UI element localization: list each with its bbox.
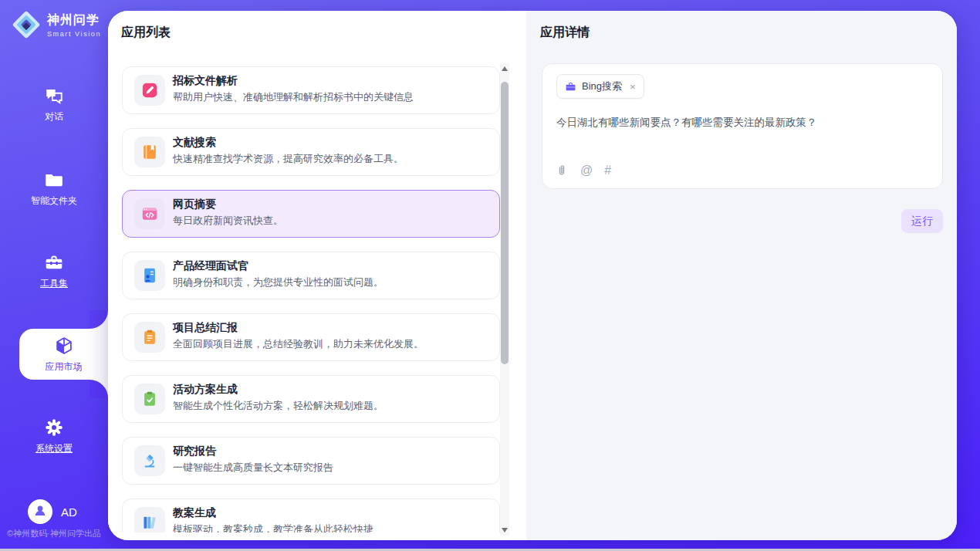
sidebar-item-system-settings[interactable]: 系统设置 xyxy=(0,417,108,455)
sidebar-item-toolset[interactable]: 工具集 xyxy=(0,252,108,290)
brand-name: 神州问学 xyxy=(47,12,101,29)
tool-tag-close-icon[interactable]: × xyxy=(630,81,636,93)
cube-icon xyxy=(19,336,108,357)
book-icon xyxy=(134,137,165,167)
app-card-4[interactable]: 产品经理面试官 明确身份和职责，为您提供专业性的面试问题。 xyxy=(122,252,500,299)
app-card-7[interactable]: 研究报告 一键智能生成高质量长文本研究报告 xyxy=(122,437,500,485)
user-icon xyxy=(32,502,48,521)
app-card-title: 网页摘要 xyxy=(173,198,216,211)
app-card-5[interactable]: 项目总结汇报 全面回顾项目进展，总结经验教训，助力未来优化发展。 xyxy=(122,313,500,361)
pen-square-icon xyxy=(134,75,165,106)
briefcase-icon xyxy=(565,81,576,93)
microscope-icon xyxy=(134,445,165,476)
user-account[interactable]: AD xyxy=(28,499,77,524)
app-card-description: 帮助用户快速、准确地理解和解析招标书中的关键信息 xyxy=(173,90,414,104)
app-card-description: 模板驱动，教案秒成，教学准备从此轻松快捷 xyxy=(173,522,373,532)
main-content: 应用列表 招标文件解析 帮助用户快速、准确地理解和解析招标书中的关键信息 文献搜… xyxy=(108,11,957,540)
toolbox-icon xyxy=(0,252,108,274)
app-card-description: 一键智能生成高质量长文本研究报告 xyxy=(173,461,333,475)
scrollbar-thumb[interactable] xyxy=(501,82,509,364)
app-card-6[interactable]: 活动方案生成 智能生成个性化活动方案，轻松解决规划难题。 xyxy=(122,375,500,423)
app-card-title: 活动方案生成 xyxy=(173,383,238,397)
sidebar-item-smart-folder[interactable]: 智能文件夹 xyxy=(0,170,108,208)
app-detail-title: 应用详情 xyxy=(540,25,590,41)
avatar xyxy=(28,499,52,524)
brand-subtitle: Smart Vision xyxy=(47,30,101,38)
app-card-description: 明确身份和职责，为您提供专业性的面试问题。 xyxy=(173,276,384,289)
chat-icon xyxy=(0,86,108,107)
sidebar-item-label: 对话 xyxy=(0,110,108,123)
app-card-description: 智能生成个性化活动方案，轻松解决规划难题。 xyxy=(173,399,384,413)
scroll-down-arrow-icon[interactable] xyxy=(502,528,508,532)
app-card-title: 文献搜索 xyxy=(173,136,216,150)
sidebar: 神州问学 Smart Vision 对话 智能文件夹 工具集 应用市场 系统设置… xyxy=(0,0,108,551)
app-card-description: 全面回顾项目进展，总结经验教训，助力未来优化发展。 xyxy=(173,337,424,351)
sidebar-item-label: 工具集 xyxy=(0,277,108,290)
clipboard-check-icon xyxy=(134,384,165,414)
sidebar-item-label: 智能文件夹 xyxy=(0,194,108,208)
sidebar-item-chat[interactable]: 对话 xyxy=(0,86,108,123)
clipboard-icon xyxy=(134,322,165,353)
pm-doc-icon xyxy=(134,260,165,291)
app-card-title: 项目总结汇报 xyxy=(173,321,238,335)
app-card-title: 研究报告 xyxy=(173,445,216,458)
gear-icon xyxy=(0,417,108,439)
brand-logo: 神州问学 Smart Vision xyxy=(11,9,101,40)
scrollbar[interactable] xyxy=(500,63,509,536)
books-icon xyxy=(134,507,165,532)
app-card-title: 教案生成 xyxy=(173,506,216,520)
app-detail-panel: 应用详情 Bing搜索 × 今日湖北有哪些新闻要点？有哪些需要关注的最新政策？ … xyxy=(526,11,957,540)
paperclip-icon[interactable] xyxy=(555,164,569,177)
sidebar-item-label: 系统设置 xyxy=(0,442,108,455)
hash-icon[interactable]: # xyxy=(604,164,611,177)
tab-curve-top xyxy=(90,310,108,329)
web-code-icon xyxy=(134,198,165,229)
app-window: 神州问学 Smart Vision 对话 智能文件夹 工具集 应用市场 系统设置… xyxy=(0,0,980,551)
app-card-description: 快速精准查找学术资源，提高研究效率的必备工具。 xyxy=(173,152,404,166)
tab-curve-bottom xyxy=(90,380,108,398)
sidebar-item-app-market[interactable]: 应用市场 xyxy=(19,329,108,380)
scroll-up-arrow-icon[interactable] xyxy=(502,66,508,71)
app-card-1[interactable]: 招标文件解析 帮助用户快速、准确地理解和解析招标书中的关键信息 xyxy=(122,66,500,114)
query-text[interactable]: 今日湖北有哪些新闻要点？有哪些需要关注的最新政策？ xyxy=(556,116,817,130)
app-card-2[interactable]: 文献搜索 快速精准查找学术资源，提高研究效率的必备工具。 xyxy=(122,128,500,176)
prompt-card[interactable]: Bing搜索 × 今日湖北有哪些新闻要点？有哪些需要关注的最新政策？ @ # xyxy=(542,63,943,189)
brand-logo-icon xyxy=(11,9,42,40)
tool-tag[interactable]: Bing搜索 × xyxy=(556,74,644,99)
sidebar-item-label: 应用市场 xyxy=(19,360,108,374)
copyright: ©神州数码·神州问学出品 xyxy=(0,528,108,539)
app-card-title: 产品经理面试官 xyxy=(173,259,248,273)
user-name: AD xyxy=(61,505,77,519)
run-button[interactable]: 运行 xyxy=(901,209,943,233)
app-card-3[interactable]: 网页摘要 每日政府新闻资讯快查。 xyxy=(122,190,500,238)
app-list-panel: 应用列表 招标文件解析 帮助用户快速、准确地理解和解析招标书中的关键信息 文献搜… xyxy=(108,11,526,540)
mention-icon[interactable]: @ xyxy=(580,164,593,177)
app-card-description: 每日政府新闻资讯快查。 xyxy=(173,214,283,228)
app-card-title: 招标文件解析 xyxy=(173,74,238,88)
app-card-8[interactable]: 教案生成 模板驱动，教案秒成，教学准备从此轻松快捷 xyxy=(122,499,500,532)
app-list: 招标文件解析 帮助用户快速、准确地理解和解析招标书中的关键信息 文献搜索 快速精… xyxy=(122,66,500,532)
app-list-title: 应用列表 xyxy=(121,25,171,41)
tool-tag-label: Bing搜索 xyxy=(582,79,622,93)
composer-toolbar: @ # xyxy=(555,164,611,177)
folder-icon xyxy=(0,170,108,191)
